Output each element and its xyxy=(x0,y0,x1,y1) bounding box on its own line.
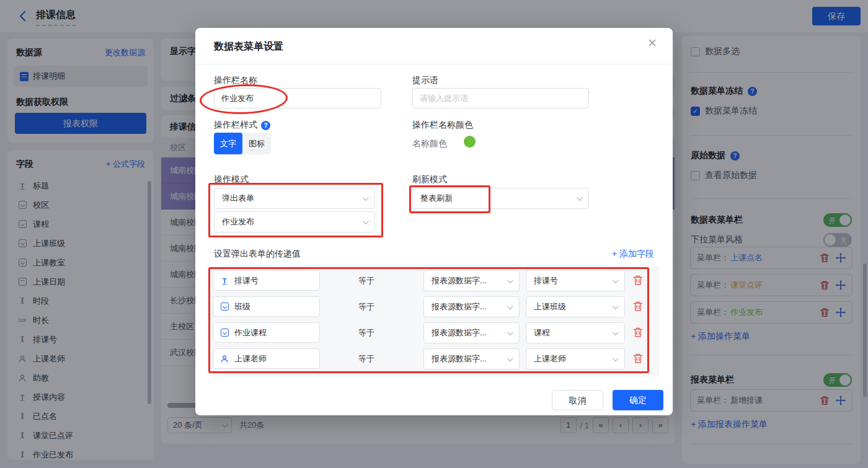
value-select[interactable]: 课程 xyxy=(526,322,625,343)
source-select[interactable]: 报表源数据字... xyxy=(423,348,520,369)
pass-value-row: T排课号 等于 报表源数据字... 排课号 xyxy=(209,270,659,291)
style-text-button[interactable]: 文字 xyxy=(214,133,242,154)
value-select[interactable]: 排课号 xyxy=(526,270,625,291)
action-style-label: 操作栏样式 ? xyxy=(214,120,270,131)
equals-label: 等于 xyxy=(358,327,374,338)
form-field-input[interactable]: T排课号 xyxy=(213,270,320,291)
data-table-menu-modal: 数据表菜单设置 × 操作栏名称 提示语 操作栏样式 ? 文字 图标 操作栏名称颜… xyxy=(195,28,673,415)
action-target-select[interactable]: 作业发布 xyxy=(214,211,375,232)
chevron-down-icon xyxy=(613,277,619,283)
trash-icon[interactable] xyxy=(632,327,644,338)
pass-value-row: 上课老师 等于 报表源数据字... 上课老师 xyxy=(209,348,659,369)
action-style-segmented: 文字 图标 xyxy=(214,133,271,154)
trash-icon[interactable] xyxy=(632,353,644,364)
tip-label: 提示语 xyxy=(412,75,438,86)
confirm-button[interactable]: 确定 xyxy=(613,390,663,410)
equals-label: 等于 xyxy=(358,301,374,312)
refresh-mode-select[interactable]: 整表刷新 xyxy=(412,188,589,209)
trash-icon[interactable] xyxy=(632,301,644,312)
equals-label: 等于 xyxy=(358,353,374,364)
help-icon[interactable]: ? xyxy=(261,121,270,130)
chevron-down-icon xyxy=(613,303,619,309)
action-name-label: 操作栏名称 xyxy=(214,75,257,86)
select-field-icon xyxy=(219,329,229,337)
chevron-down-icon xyxy=(613,355,619,361)
form-field-input[interactable]: 上课老师 xyxy=(213,348,320,369)
chevron-down-icon xyxy=(363,195,369,201)
name-color-label: 操作栏名称颜色 xyxy=(412,120,473,131)
trash-icon[interactable] xyxy=(632,275,644,286)
equals-label: 等于 xyxy=(358,275,374,286)
chevron-down-icon xyxy=(507,355,513,361)
source-select[interactable]: 报表源数据字... xyxy=(423,270,520,291)
chevron-down-icon xyxy=(507,303,513,309)
pass-value-panel: T排课号 等于 报表源数据字... 排课号 班级 等于 报表源数据字... 上课… xyxy=(209,265,659,377)
pass-value-row: 班级 等于 报表源数据字... 上课班级 xyxy=(209,296,659,317)
chevron-down-icon xyxy=(507,329,513,335)
source-select[interactable]: 报表源数据字... xyxy=(423,322,520,343)
close-icon[interactable]: × xyxy=(648,35,657,50)
modal-title: 数据表菜单设置 xyxy=(214,40,283,53)
value-select[interactable]: 上课老师 xyxy=(526,348,625,369)
refresh-mode-label: 刷新模式 xyxy=(412,174,447,185)
pass-value-row: 作业课程 等于 报表源数据字... 课程 xyxy=(209,322,659,343)
chevron-down-icon xyxy=(363,218,369,224)
text-field-icon: T xyxy=(219,277,229,285)
add-field-link[interactable]: + 添加字段 xyxy=(612,249,654,260)
style-icon-button[interactable]: 图标 xyxy=(242,133,271,154)
form-field-input[interactable]: 班级 xyxy=(213,296,320,317)
divider xyxy=(195,64,673,64)
pass-value-label: 设置弹出表单的传递值 xyxy=(214,249,301,260)
value-select[interactable]: 上课班级 xyxy=(526,296,625,317)
chevron-down-icon xyxy=(577,195,583,201)
chevron-down-icon xyxy=(507,277,513,283)
action-mode-select[interactable]: 弹出表单 xyxy=(214,188,375,209)
tip-input[interactable] xyxy=(412,88,589,108)
action-name-input[interactable] xyxy=(214,88,381,108)
color-swatch[interactable] xyxy=(464,136,476,148)
source-select[interactable]: 报表源数据字... xyxy=(423,296,520,317)
action-mode-label: 操作模式 xyxy=(214,174,249,185)
form-field-input[interactable]: 作业课程 xyxy=(213,322,320,343)
cancel-button[interactable]: 取消 xyxy=(552,390,603,410)
name-color-text: 名称颜色 xyxy=(412,138,447,149)
person-icon xyxy=(219,355,229,363)
select-field-icon xyxy=(219,302,229,311)
chevron-down-icon xyxy=(613,329,619,335)
